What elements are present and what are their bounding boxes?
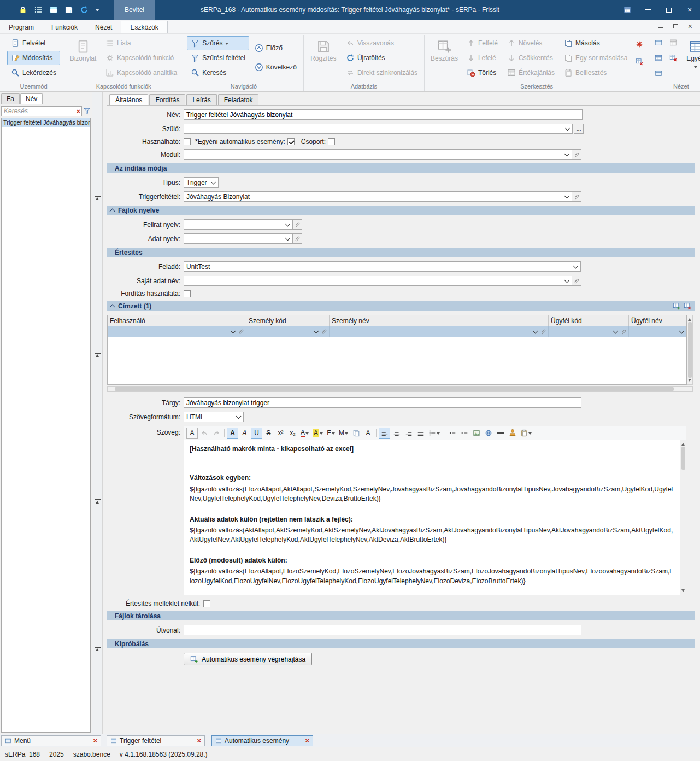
cell-ugyfel-kod[interactable] xyxy=(549,326,629,337)
splitter-scrollbar[interactable] xyxy=(92,92,103,734)
tab-eszkozok[interactable]: Eszközök xyxy=(121,21,167,33)
tab-automatikus-esemeny[interactable]: Automatikus esemény × xyxy=(211,735,313,746)
col-ugyfel-kod[interactable]: Ügyfél kód xyxy=(549,315,629,326)
form-tab-leiras[interactable]: Leírás xyxy=(186,94,216,105)
editor-content[interactable]: [Használható makrók minta - kikapcsolhat… xyxy=(184,440,680,595)
form-tab-altalanos[interactable]: Általános xyxy=(109,94,148,105)
cell-ugyfel-nev[interactable] xyxy=(629,326,686,337)
paperclip-icon[interactable] xyxy=(620,326,627,337)
macro-menu-button[interactable]: M xyxy=(337,428,350,439)
close-button[interactable]: × xyxy=(679,0,700,20)
szuresi-feltetel-button[interactable]: Szűrési feltétel xyxy=(187,51,249,65)
tipus-combo[interactable]: Trigger xyxy=(184,177,219,188)
paperclip-icon[interactable] xyxy=(237,326,245,337)
sidebar-tab-fa[interactable]: Fa xyxy=(1,93,20,104)
maximize-button[interactable] xyxy=(658,0,679,20)
col-ugyfel-nev[interactable]: Ügyfél név xyxy=(629,315,686,326)
scroll-mark-icon[interactable] xyxy=(95,196,101,201)
tab-menu[interactable]: Menü × xyxy=(1,735,101,746)
szures-button[interactable]: Szűrés xyxy=(187,36,249,50)
form-tab-feladatok[interactable]: Feladatok xyxy=(218,94,259,105)
egyeb-button[interactable]: Egyéb xyxy=(681,36,700,75)
collapse-icon[interactable] xyxy=(110,304,115,309)
triggerfeltetel-attach-button[interactable] xyxy=(572,191,581,202)
window-list-icon[interactable] xyxy=(34,5,43,14)
scroll-thumb[interactable] xyxy=(115,387,674,391)
close-tab-icon[interactable]: × xyxy=(305,737,309,744)
egyeb-dropdown-icon[interactable] xyxy=(694,66,697,70)
ujratoltes-button[interactable]: Újratöltés xyxy=(342,51,421,65)
hasznalhato-checkbox[interactable] xyxy=(184,138,191,145)
forditas-hasznalata-checkbox[interactable] xyxy=(184,290,191,297)
table-horizontal-scrollbar[interactable] xyxy=(107,386,693,392)
doc-minimize-button[interactable] xyxy=(658,22,663,30)
insert-image-button[interactable] xyxy=(470,428,482,439)
egyeni-checkbox[interactable] xyxy=(287,138,295,145)
form-tab-forditas[interactable]: Fordítás xyxy=(149,94,185,105)
lekerdezes-button[interactable]: Lekérdezés xyxy=(7,66,60,80)
chevron-down-icon[interactable] xyxy=(571,262,580,271)
font-menu-button[interactable]: F xyxy=(325,428,337,439)
szulo-browse-button[interactable]: ... xyxy=(574,124,584,134)
layout-grid-icon[interactable] xyxy=(617,0,638,20)
italic-button[interactable]: A xyxy=(239,428,250,439)
adat-nyelv-combo[interactable] xyxy=(184,233,293,244)
tab-program[interactable]: Program xyxy=(0,21,43,33)
cell-szemely-nev[interactable] xyxy=(330,326,549,337)
torles-button[interactable]: Törlés xyxy=(463,66,502,80)
view-layout-3-icon[interactable] xyxy=(652,67,665,80)
tab-funkciok[interactable]: Funkciók xyxy=(43,21,86,33)
felado-combo[interactable]: UnitTest xyxy=(184,261,581,272)
indent-decrease-button[interactable] xyxy=(446,428,458,439)
scroll-up-icon[interactable] xyxy=(688,317,691,321)
clear-search-icon[interactable]: × xyxy=(76,108,80,115)
strikethrough-button[interactable]: S xyxy=(263,428,274,439)
refresh-icon[interactable] xyxy=(80,5,89,14)
szovegformatum-combo[interactable]: HTML xyxy=(184,412,244,422)
targy-input[interactable] xyxy=(184,397,581,408)
doc-close-button[interactable]: × xyxy=(688,22,692,31)
chevron-down-icon[interactable] xyxy=(531,331,539,333)
masolas-button[interactable]: Másolás xyxy=(560,36,631,50)
kereses-button[interactable]: Keresés xyxy=(187,66,249,80)
sidebar-tab-nev[interactable]: Név xyxy=(20,93,43,104)
subscript-button[interactable]: x₂ xyxy=(287,428,298,439)
csoport-checkbox[interactable] xyxy=(328,138,335,145)
paperclip-icon[interactable] xyxy=(539,326,547,337)
close-tab-icon[interactable]: × xyxy=(93,737,97,744)
delete-row-icon[interactable] xyxy=(684,302,691,310)
table-vertical-scrollbar[interactable] xyxy=(687,315,693,385)
font-color-button[interactable]: A xyxy=(299,428,310,439)
felvetel-button[interactable]: Felvétel xyxy=(7,36,60,50)
modul-attach-button[interactable] xyxy=(572,149,581,160)
grid-settings-icon[interactable] xyxy=(633,55,646,68)
qat-dropdown-icon[interactable] xyxy=(95,9,99,14)
stamp-button[interactable] xyxy=(507,428,518,439)
chevron-down-icon[interactable] xyxy=(283,220,292,229)
sidebar-filter-icon[interactable] xyxy=(83,107,91,115)
titlebar-context-tab-bevitel[interactable]: Bevitel xyxy=(114,0,155,20)
window-panel-icon[interactable] xyxy=(49,5,58,14)
chevron-down-icon[interactable] xyxy=(312,331,320,333)
copy-format-button[interactable] xyxy=(350,428,362,439)
align-center-button[interactable] xyxy=(391,428,402,439)
minimize-button[interactable] xyxy=(638,0,658,20)
save-icon[interactable] xyxy=(64,5,73,14)
scroll-down-icon[interactable] xyxy=(688,379,691,383)
add-row-icon[interactable] xyxy=(673,302,680,310)
sajat-adat-nev-attach-button[interactable] xyxy=(572,276,581,286)
felirat-nyelv-attach-button[interactable] xyxy=(293,219,302,230)
utvonal-input[interactable] xyxy=(184,625,581,635)
collapse-icon[interactable] xyxy=(110,208,115,214)
nev-input[interactable] xyxy=(184,109,583,120)
underline-button[interactable]: U xyxy=(251,428,262,439)
scroll-mark-icon[interactable] xyxy=(95,499,101,505)
chevron-down-icon[interactable] xyxy=(234,412,243,422)
lock-icon[interactable] xyxy=(19,5,27,14)
cell-felhasznalo[interactable] xyxy=(108,326,246,337)
numbered-list-button[interactable] xyxy=(427,428,442,439)
align-left-button[interactable] xyxy=(379,428,390,439)
indent-increase-button[interactable] xyxy=(458,428,470,439)
paperclip-icon[interactable] xyxy=(320,326,328,337)
kovetkezo-button[interactable]: Következő xyxy=(251,60,301,74)
